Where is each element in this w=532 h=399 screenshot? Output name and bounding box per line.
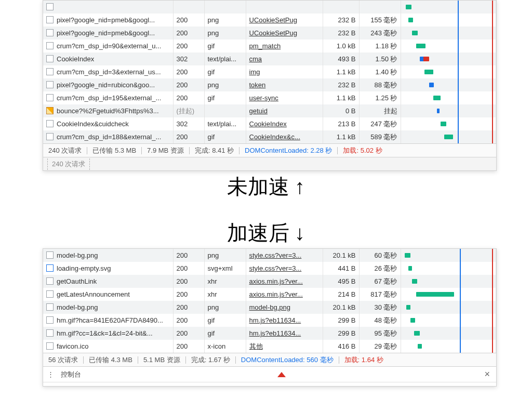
cell-name[interactable]: favicon.ico [43,340,173,353]
cell-initiator[interactable] [246,1,323,14]
table-row[interactable]: hm.gif?cc=1&ck=1&cl=24-bit&...200gifhm.j… [43,327,496,340]
cell-waterfall [401,288,496,301]
cell-initiator[interactable]: img [246,65,323,78]
cell-type: png [204,301,246,314]
cell-size: 213 B [323,117,359,130]
file-icon [46,251,54,259]
cell-name[interactable]: pixel?google_nid=pmeb&googl... [43,14,173,26]
cell-status: 200 [173,327,204,340]
close-icon[interactable]: × [482,369,492,380]
cell-name[interactable]: bounce?%2Fgetuid%3Fhttps%3... [43,104,173,117]
status-bar: 56 次请求 已传输 4.3 MB 5.1 MB 资源 完成: 1.67 秒 D… [43,353,496,366]
table-row[interactable]: crum?cm_dsp_id=90&external_u...200gifpm_… [43,39,496,52]
cell-name[interactable]: hm.gif?hca=841E620AF7DA8490... [43,314,173,327]
cell-waterfall [401,301,496,314]
table-row[interactable]: bounce?%2Fgetuid%3Fhttps%3...(挂起)getuid0… [43,104,496,117]
cell-initiator[interactable]: axios.min.js?ver... [246,288,323,301]
cell-name[interactable]: CookieIndex&cuidcheck [43,117,173,130]
cell-name[interactable]: getLatestAnnouncement [43,288,173,301]
network-table: pixel?google_nid=pmeb&googl...200pngUCoo… [43,1,496,143]
waterfall-bar [429,83,434,87]
table-row[interactable]: crum?cm_dsp_id=3&external_us...200gifimg… [43,65,496,78]
cell-initiator[interactable]: CookieIndex [246,117,323,130]
cell-status: 302 [173,52,204,65]
cell-name[interactable]: model-bg.png [43,301,173,314]
cell-type: xhr [204,288,246,301]
filter-hint[interactable]: 240 次请求 [47,158,90,170]
cell-initiator[interactable]: model-bg.png [246,301,323,314]
cell-waterfall [401,26,496,39]
cell-name[interactable] [43,1,173,14]
table-row[interactable]: pixel?google_nid=rubicon&goo...200pngtok… [43,78,496,91]
status-load: 加载: 5.02 秒 [343,146,382,155]
table-row[interactable]: hm.gif?hca=841E620AF7DA8490...200gifhm.j… [43,314,496,327]
cell-initiator[interactable]: UCookieSetPug [246,26,323,39]
drawer-tab-console[interactable]: 控制台 [61,370,81,379]
cell-initiator[interactable]: 其他 [246,340,323,353]
cell-name[interactable]: crum?cm_dsp_id=188&external_... [43,130,173,143]
cell-name[interactable]: model-bg.png [43,249,173,262]
waterfall-bar [414,331,420,336]
waterfall-bar [433,96,441,100]
status-transferred: 已传输 5.3 MB [92,146,136,155]
arrow-up-icon: ↑ [295,175,305,198]
cell-name[interactable]: crum?cm_dsp_id=195&external_... [43,91,173,104]
cell-name[interactable]: pixel?google_nid=pmeb&googl... [43,26,173,39]
table-row[interactable]: getOauthLink200xhraxios.min.js?ver...495… [43,275,496,288]
table-row[interactable]: CookieIndex302text/plai...cma493 B1.50 秒 [43,52,496,65]
cell-initiator[interactable]: cma [246,52,323,65]
table-row[interactable]: loading-empty.svg200svg+xmlstyle.css?ver… [43,262,496,275]
cell-waterfall [401,275,496,288]
table-row[interactable]: model-bg.png200pngmodel-bg.png20.1 kB30 … [43,301,496,314]
waterfall-bar [441,122,446,126]
cell-waterfall [401,117,496,130]
waterfall-bar [444,135,453,139]
cell-initiator[interactable]: style.css?ver=3... [246,249,323,262]
file-icon [46,329,54,337]
cell-status [173,1,204,14]
cell-name[interactable]: pixel?google_nid=rubicon&goo... [43,78,173,91]
cell-initiator[interactable]: pm_match [246,39,323,52]
cell-name[interactable]: crum?cm_dsp_id=3&external_us... [43,65,173,78]
drawer-menu-icon[interactable]: ⋮ [47,370,54,378]
table-row[interactable]: crum?cm_dsp_id=195&external_...200gifuse… [43,91,496,104]
cell-name[interactable]: getOauthLink [43,275,173,288]
cell-size: 299 B [323,327,359,340]
cell-initiator[interactable]: CookieIndex&c... [246,130,323,143]
cell-initiator[interactable]: getuid [246,104,323,117]
cell-status: 200 [173,39,204,52]
file-icon [46,16,54,23]
network-panel-after: model-bg.png200pngstyle.css?ver=3...20.1… [43,248,497,387]
cell-initiator[interactable]: token [246,78,323,91]
cell-time: 1.50 秒 [359,52,401,65]
cell-initiator[interactable]: hm.js?eb11634... [246,327,323,340]
cell-name[interactable]: crum?cm_dsp_id=90&external_u... [43,39,173,52]
cell-type: text/plai... [204,52,246,65]
table-row[interactable]: CookieIndex&cuidcheck302text/plai...Cook… [43,117,496,130]
cell-name[interactable]: loading-empty.svg [43,262,173,275]
cell-size: 214 B [323,288,359,301]
cell-time: 88 毫秒 [359,78,401,91]
table-row[interactable]: getLatestAnnouncement200xhraxios.min.js?… [43,288,496,301]
cell-initiator[interactable]: hm.js?eb11634... [246,314,323,327]
file-icon [46,133,54,140]
cell-time: 589 毫秒 [359,130,401,143]
cell-initiator[interactable]: user-sync [246,91,323,104]
cell-initiator[interactable]: axios.min.js?ver... [246,275,323,288]
status-domcontentloaded: DOMContentLoaded: 560 毫秒 [241,355,334,365]
cell-name[interactable]: hm.gif?cc=1&ck=1&cl=24-bit&... [43,327,173,340]
file-icon [46,55,54,62]
cell-initiator[interactable]: style.css?ver=3... [246,262,323,275]
cell-status: (挂起) [173,104,204,117]
table-row[interactable]: crum?cm_dsp_id=188&external_...200gifCoo… [43,130,496,143]
table-row[interactable] [43,1,496,14]
table-row[interactable]: pixel?google_nid=pmeb&googl...200pngUCoo… [43,14,496,26]
table-row[interactable]: pixel?google_nid=pmeb&googl...200pngUCoo… [43,26,496,39]
cell-initiator[interactable]: UCookieSetPug [246,14,323,26]
cell-time: 26 毫秒 [359,262,401,275]
cell-name[interactable]: CookieIndex [43,52,173,65]
cell-size: 495 B [323,275,359,288]
waterfall-bar [420,57,429,61]
table-row[interactable]: favicon.ico200x-icon其他416 B29 毫秒 [43,340,496,353]
table-row[interactable]: model-bg.png200pngstyle.css?ver=3...20.1… [43,249,496,262]
